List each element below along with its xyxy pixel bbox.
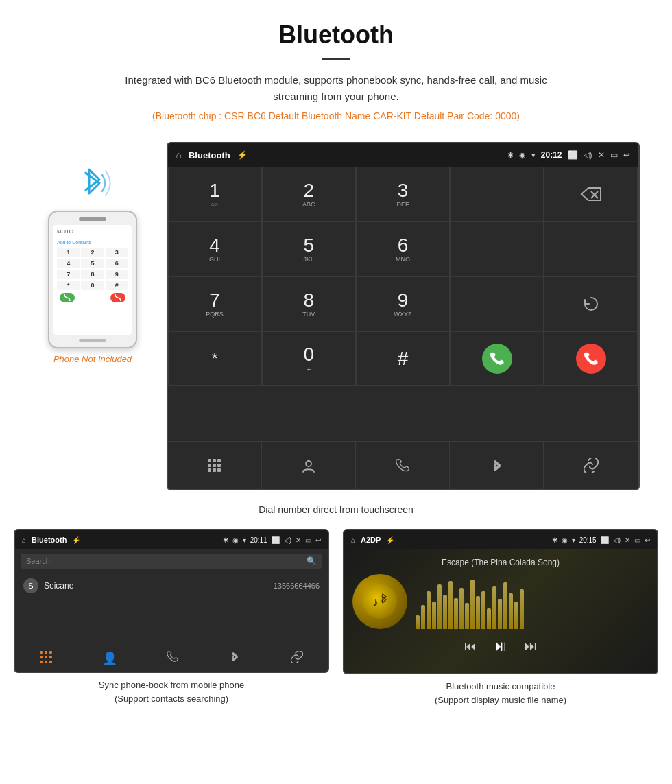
pb-status-time: 20:11 [250, 536, 267, 544]
music-bt-icon: ✱ [552, 536, 557, 544]
phone-not-included-label: Phone Not Included [53, 354, 132, 364]
eq-bar [509, 593, 513, 629]
music-back-icon: ↩ [645, 536, 650, 544]
pb-search-bar[interactable]: Search 🔍 [21, 554, 322, 569]
pb-loc-icon: ◉ [232, 536, 239, 544]
music-prev-button[interactable]: ⏮ [464, 639, 477, 654]
phone-screen: MOTO Add to Contacts 1 2 3 4 5 6 7 8 9 *… [53, 225, 132, 335]
phone-add-contacts: Add to Contacts [57, 240, 128, 245]
action-keypad[interactable] [168, 442, 262, 489]
svg-rect-5 [208, 464, 211, 467]
svg-rect-7 [217, 464, 221, 467]
dial-refresh-button[interactable] [544, 276, 638, 331]
eq-bar [503, 582, 507, 629]
phone-key-2: 2 [81, 248, 104, 257]
phone-key-star: * [57, 281, 80, 290]
phonebook-caption: Sync phone-book from mobile phone (Suppo… [14, 673, 329, 711]
action-bluetooth[interactable] [450, 442, 544, 489]
music-next-button[interactable]: ⏭ [525, 639, 537, 654]
dial-key-9[interactable]: 9 WXYZ [356, 276, 450, 331]
close-icon[interactable]: ✕ [598, 150, 605, 160]
pb-close-icon: ✕ [296, 536, 301, 544]
phone-mockup: MOTO Add to Contacts 1 2 3 4 5 6 7 8 9 *… [48, 211, 137, 348]
pb-bottom-bar: 👤 [15, 645, 328, 672]
dial-key-2[interactable]: 2 ABC [262, 167, 356, 222]
svg-rect-10 [217, 468, 221, 472]
dial-key-7[interactable]: 7 PQRS [168, 276, 262, 331]
pb-action-link[interactable] [291, 651, 303, 666]
dial-endcall-button[interactable] [544, 331, 638, 386]
music-usb-icon: ⚡ [386, 536, 394, 544]
dial-key-1[interactable]: 1 ○○ [168, 167, 262, 222]
description-text: Integrated with BC6 Bluetooth module, su… [103, 72, 569, 105]
svg-rect-6 [213, 464, 216, 467]
eq-bar [465, 603, 469, 629]
pb-spacer [15, 599, 328, 641]
dial-screen: ⌂ Bluetooth ⚡ ✱ ◉ ▾ 20:12 ⬜ ◁) ✕ ▭ ↩ [167, 142, 640, 490]
phone-key-hash: # [106, 281, 128, 290]
eq-bar [498, 599, 502, 629]
music-equalizer [416, 574, 649, 629]
dial-key-star[interactable]: * [168, 331, 262, 386]
eq-bar [459, 588, 464, 629]
eq-bar [520, 589, 524, 629]
pb-action-phone[interactable] [167, 651, 179, 666]
window-icon[interactable]: ▭ [610, 150, 618, 160]
action-phone[interactable] [356, 442, 450, 489]
music-artwork: ♪ [352, 574, 407, 629]
pb-cam-icon: ⬜ [272, 536, 280, 544]
pb-contact-row[interactable]: S Seicane 13566664466 [15, 573, 328, 599]
dial-display-area [450, 167, 544, 222]
dial-empty-2 [544, 222, 638, 276]
dial-key-8[interactable]: 8 TUV [262, 276, 356, 331]
home-icon: ⌂ [176, 150, 182, 161]
eq-bar [514, 602, 518, 629]
dial-call-button[interactable] [450, 331, 544, 386]
pb-status-title: Bluetooth [32, 536, 67, 544]
music-home-icon: ⌂ [351, 536, 355, 544]
phone-section: MOTO Add to Contacts 1 2 3 4 5 6 7 8 9 *… [33, 142, 153, 364]
camera-icon[interactable]: ⬜ [568, 150, 578, 160]
svg-rect-9 [213, 468, 216, 472]
pb-action-user[interactable]: 👤 [102, 651, 117, 666]
svg-rect-13 [45, 651, 47, 654]
svg-rect-12 [40, 651, 43, 654]
eq-bar [481, 591, 485, 629]
action-link[interactable] [544, 442, 638, 489]
dial-key-6[interactable]: 6 MNO [356, 222, 450, 276]
pb-action-keypad[interactable] [40, 651, 52, 666]
svg-rect-8 [208, 468, 211, 472]
action-contacts[interactable] [262, 442, 356, 489]
music-artwork-row: ♪ [352, 574, 649, 629]
phone-key-7: 7 [57, 270, 80, 279]
bluetooth-status-icon: ✱ [507, 151, 514, 160]
eq-bar [437, 584, 442, 629]
dial-key-0[interactable]: 0 + [262, 331, 356, 386]
music-song-title: Escape (The Pina Colada Song) [442, 558, 560, 567]
wifi-status-icon: ▾ [531, 151, 536, 160]
usb-icon: ⚡ [237, 150, 248, 160]
eq-bar [421, 605, 425, 629]
svg-rect-17 [49, 656, 52, 658]
dial-backspace-button[interactable] [544, 167, 638, 222]
dialpad-grid: 1 ○○ 2 ABC 3 DEF [168, 167, 638, 441]
dial-key-5[interactable]: 5 JKL [262, 222, 356, 276]
dial-key-3[interactable]: 3 DEF [356, 167, 450, 222]
pb-status-right: ✱ ◉ ▾ 20:11 ⬜ ◁) ✕ ▭ ↩ [223, 536, 321, 544]
music-playpause-button[interactable]: ⏯ [493, 637, 508, 655]
dial-key-hash[interactable]: # [356, 331, 450, 386]
dial-key-4[interactable]: 4 GHI [168, 222, 262, 276]
back-icon[interactable]: ↩ [623, 150, 630, 160]
phone-bottom-bar [79, 339, 106, 342]
main-content-row: MOTO Add to Contacts 1 2 3 4 5 6 7 8 9 *… [0, 142, 672, 490]
dial-bottom-actions [168, 441, 638, 489]
svg-rect-15 [40, 656, 43, 658]
eq-bar [448, 581, 453, 629]
phone-key-9: 9 [106, 270, 128, 279]
phone-call-button [60, 293, 75, 302]
music-artwork-inner: ♪ [363, 584, 397, 619]
status-title: Bluetooth [189, 150, 230, 161]
music-win-icon: ▭ [634, 536, 640, 544]
volume-icon[interactable]: ◁) [584, 150, 592, 160]
pb-action-bluetooth[interactable] [228, 651, 241, 666]
